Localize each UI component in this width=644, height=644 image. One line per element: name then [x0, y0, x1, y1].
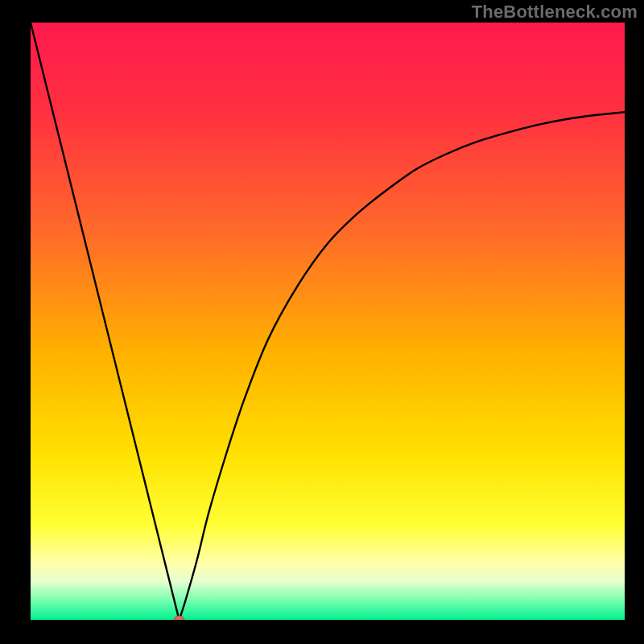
minimum-marker [174, 616, 184, 624]
watermark-text: TheBottleneck.com [472, 2, 638, 23]
plot-background [31, 23, 625, 620]
bottleneck-chart [0, 0, 644, 644]
chart-frame: TheBottleneck.com [0, 0, 644, 644]
